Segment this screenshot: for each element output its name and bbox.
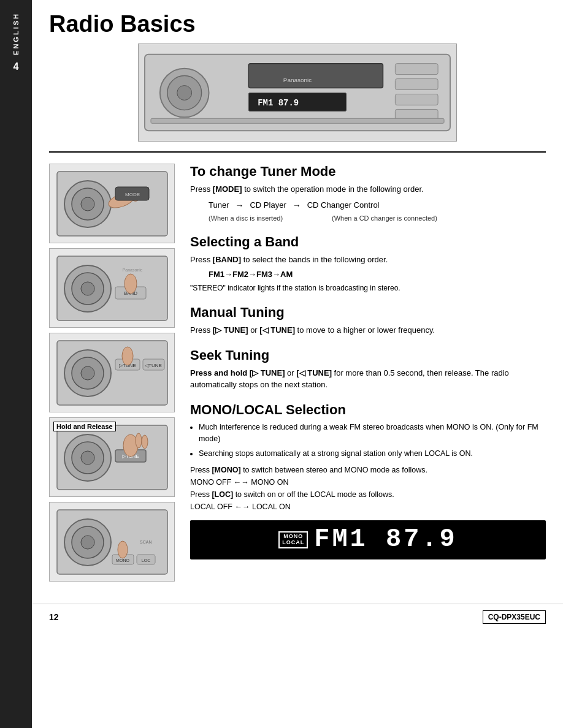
left-images: MODE BAND Panasonic bbox=[49, 164, 178, 582]
device-svg: FM1 87.9 Panasonic bbox=[139, 44, 456, 141]
panel-image-2: BAND Panasonic bbox=[49, 248, 175, 328]
svg-point-27 bbox=[124, 274, 137, 294]
panel3-svg: ▷TUNE ◁TUNE bbox=[54, 338, 170, 408]
footer: 12 CQ-DPX35EUC bbox=[32, 604, 563, 630]
tuner-label: Tuner bbox=[209, 199, 229, 211]
arrow1: → bbox=[235, 199, 243, 212]
sidebar-page-num: 4 bbox=[13, 61, 19, 72]
svg-rect-1 bbox=[248, 64, 383, 88]
cdplayer-label: CD Player bbox=[250, 199, 286, 211]
svg-point-24 bbox=[81, 282, 94, 295]
selecting-band-title: Selecting a Band bbox=[190, 234, 546, 250]
mono-sequence: MONO OFF ←→ MONO ON bbox=[190, 476, 546, 488]
mono-local-title: MONO/LOCAL Selection bbox=[190, 402, 546, 418]
svg-text:SCAN: SCAN bbox=[140, 540, 151, 544]
content-area: MODE BAND Panasonic bbox=[49, 164, 546, 582]
section-manual-tuning: Manual Tuning Press [▷ TUNE] or [◁ TUNE]… bbox=[190, 305, 546, 336]
svg-text:Panasonic: Panasonic bbox=[122, 268, 142, 272]
svg-rect-8 bbox=[395, 79, 438, 90]
display-freq: FM1 87.9 bbox=[314, 520, 458, 559]
device-image: FM1 87.9 Panasonic bbox=[138, 44, 457, 142]
bullet-item-2: Searching stops automatically at a stron… bbox=[199, 448, 546, 460]
panel-image-3: ▷TUNE ◁TUNE bbox=[49, 333, 175, 412]
svg-text:MODE: MODE bbox=[125, 192, 140, 197]
svg-text:Panasonic: Panasonic bbox=[283, 77, 312, 83]
mono-switch-text: Press [MONO] to switch between stereo an… bbox=[190, 464, 546, 513]
stereo-note: "STEREO" indicator lights if the station… bbox=[190, 282, 546, 294]
panel-image-4: ▷TUNE bbox=[49, 417, 175, 497]
mono-local-body: Much interference is reduced during a we… bbox=[190, 422, 546, 559]
display-mono-local: MONO LOCAL bbox=[278, 531, 308, 548]
band-sequence: FM1→FM2→FM3→AM bbox=[209, 268, 546, 281]
loc-sequence: LOCAL OFF ←→ LOCAL ON bbox=[190, 501, 546, 513]
svg-point-37 bbox=[122, 347, 133, 365]
arrow2: → bbox=[293, 199, 301, 212]
panel1-svg: MODE bbox=[54, 169, 170, 239]
device-image-area: FM1 87.9 Panasonic bbox=[49, 44, 546, 142]
svg-rect-9 bbox=[395, 94, 438, 105]
display-local-label: LOCAL bbox=[282, 540, 304, 546]
section-tuner-mode: To change Tuner Mode Press [MODE] to swi… bbox=[190, 164, 546, 223]
svg-text:◁TUNE: ◁TUNE bbox=[145, 363, 162, 368]
manual-tuning-body: Press [▷ TUNE] or [◁ TUNE] to move to a … bbox=[190, 324, 546, 336]
cdchanger-label: CD Changer Control bbox=[307, 199, 380, 211]
footer-page-number: 12 bbox=[49, 612, 59, 622]
svg-rect-12 bbox=[151, 118, 444, 123]
svg-text:MONO: MONO bbox=[116, 558, 129, 563]
svg-point-16 bbox=[81, 197, 94, 211]
svg-point-50 bbox=[81, 536, 94, 549]
svg-point-55 bbox=[118, 541, 128, 558]
main-content: Radio Basics FM1 87.9 bbox=[32, 0, 563, 599]
sidebar: ENGLISH 4 bbox=[0, 0, 32, 728]
tuner-mode-body: Press [MODE] to switch the operation mod… bbox=[190, 183, 546, 223]
svg-point-45 bbox=[136, 433, 142, 448]
panel5-svg: MONO LOC SCAN bbox=[54, 507, 170, 577]
manual-tuning-title: Manual Tuning bbox=[190, 305, 546, 320]
seek-tuning-title: Seek Tuning bbox=[190, 347, 546, 363]
display-panel: MONO LOCAL FM1 87.9 bbox=[190, 520, 546, 559]
svg-text:FM1  87.9: FM1 87.9 bbox=[258, 98, 299, 108]
svg-rect-7 bbox=[395, 64, 438, 75]
bullet-list: Much interference is reduced during a we… bbox=[199, 422, 546, 460]
section-divider bbox=[49, 151, 546, 153]
panel-image-5: MONO LOC SCAN bbox=[49, 502, 175, 582]
section-selecting-band: Selecting a Band Press [BAND] to select … bbox=[190, 234, 546, 294]
panel-image-1: MODE bbox=[49, 164, 175, 243]
sidebar-language: ENGLISH bbox=[12, 12, 20, 55]
disc-note: (When a disc is inserted) bbox=[209, 213, 283, 224]
svg-point-46 bbox=[142, 435, 148, 449]
seek-tuning-body: Press and hold [▷ TUNE] or [◁ TUNE] for … bbox=[190, 367, 546, 391]
section-mono-local: MONO/LOCAL Selection Much interference i… bbox=[190, 402, 546, 559]
bullet-item-1: Much interference is reduced during a we… bbox=[199, 422, 546, 446]
svg-text:LOC: LOC bbox=[141, 558, 150, 563]
tuner-mode-title: To change Tuner Mode bbox=[190, 164, 546, 180]
cdchanger-note: (When a CD changer is connected) bbox=[332, 213, 437, 224]
panel2-svg: BAND Panasonic bbox=[54, 253, 170, 324]
tuner-mode-row: Tuner → CD Player → CD Changer Control bbox=[209, 199, 546, 212]
right-content: To change Tuner Mode Press [MODE] to swi… bbox=[190, 164, 546, 582]
panel4-svg: ▷TUNE bbox=[54, 422, 170, 493]
press-and-hold-label: Press and hold bbox=[190, 368, 247, 377]
selecting-band-body: Press [BAND] to select the bands in the … bbox=[190, 254, 546, 294]
footer-model: CQ-DPX35EUC bbox=[483, 610, 546, 624]
svg-point-32 bbox=[81, 366, 94, 380]
tuner-mode-sub: (When a disc is inserted) (When a CD cha… bbox=[209, 213, 546, 224]
page-title: Radio Basics bbox=[49, 11, 546, 37]
section-seek-tuning: Seek Tuning Press and hold [▷ TUNE] or [… bbox=[190, 347, 546, 391]
svg-point-6 bbox=[177, 86, 192, 100]
svg-point-41 bbox=[81, 451, 94, 464]
